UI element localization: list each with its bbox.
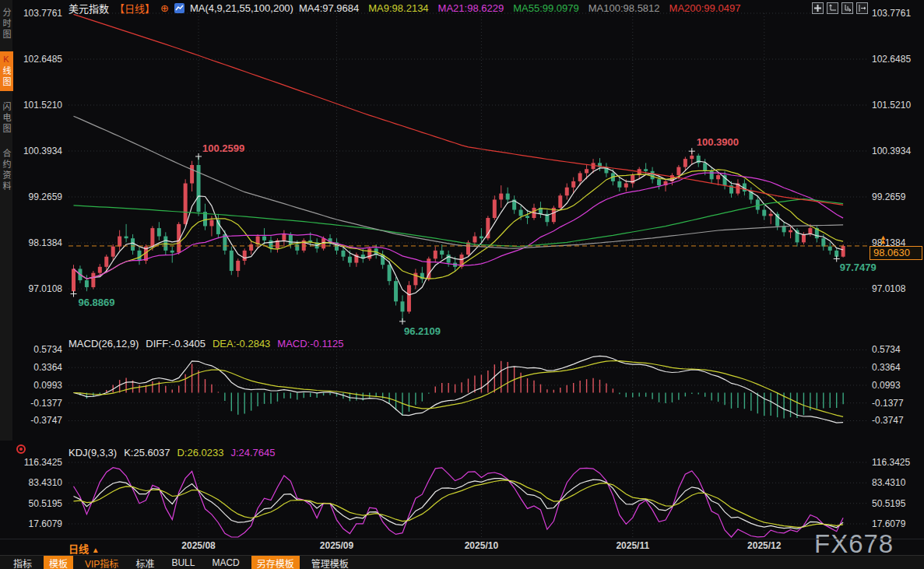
move-icon[interactable] bbox=[812, 2, 824, 14]
kdj-d-value: D:26.0233 bbox=[177, 447, 223, 458]
price-axis-label: 97.0108 bbox=[12, 283, 62, 295]
price-axis-label: 98.1384 bbox=[872, 237, 922, 249]
interval-arrow-icon: ▲ bbox=[92, 546, 100, 554]
kdj-title: KDJ(9,3,3) bbox=[69, 447, 117, 458]
ma-value: MA4:97.9684 bbox=[299, 2, 359, 14]
price-axis-label: 97.0108 bbox=[872, 283, 922, 295]
svg-text:96.8869: 96.8869 bbox=[79, 297, 115, 308]
macd-axis-label: -0.3747 bbox=[12, 414, 62, 427]
macd-macd-value: MACD:-0.1125 bbox=[277, 338, 343, 349]
price-axis-label: 99.2659 bbox=[872, 191, 922, 203]
price-axis-label: 103.7761 bbox=[872, 7, 922, 19]
toolbar-tab-管理模板[interactable]: 管理模板 bbox=[306, 556, 354, 569]
price-axis-label: 102.6485 bbox=[872, 53, 922, 65]
ma-group-label: MA(4,9,21,55,100,200) bbox=[190, 2, 293, 14]
bottom-toolbar: 指标模板VIP指标标准BULLMACD另存模板管理模板 bbox=[0, 555, 924, 569]
sidebar-item-合约资料[interactable]: 合约资料 bbox=[0, 146, 13, 195]
charting-app: 96.8869100.259996.2109100.390097.7479 分时… bbox=[0, 0, 924, 569]
kdj-j-value: J:24.7645 bbox=[230, 447, 275, 458]
kdj-axis-label: 116.3425 bbox=[872, 456, 922, 469]
kdj-axis-label: 50.5195 bbox=[12, 497, 62, 510]
toolbar-tab-模板[interactable]: 模板 bbox=[44, 556, 73, 569]
price-axis-label: 102.6485 bbox=[12, 53, 62, 65]
chart-canvas[interactable]: 96.8869100.259996.2109100.390097.7479 bbox=[0, 0, 924, 569]
chart-type-sidebar: 分时图K线图闪电图合约资料 bbox=[0, 0, 12, 441]
toolbar-tab-VIP指标[interactable]: VIP指标 bbox=[79, 556, 124, 569]
date-axis-label: 2025/12 bbox=[747, 540, 781, 551]
divider bbox=[0, 539, 924, 539]
interval-selector[interactable]: 日线 ▲ bbox=[69, 541, 100, 556]
macd-axis-label: 0.3364 bbox=[12, 361, 62, 374]
kdj-axis-label: 116.3425 bbox=[12, 456, 62, 469]
macd-axis-label: 0.3364 bbox=[872, 361, 922, 374]
ma-value: MA200:99.0497 bbox=[669, 2, 741, 14]
kdj-axis-label: 50.5195 bbox=[872, 497, 922, 510]
toolbar-tab-MACD[interactable]: MACD bbox=[206, 557, 244, 569]
price-axis-label: 100.3934 bbox=[12, 145, 62, 157]
ma-values: MA4:97.9684MA9:98.2134MA21:98.6229MA55:9… bbox=[299, 2, 740, 14]
macd-axis-label: 0.0993 bbox=[872, 379, 922, 392]
toolbar-tab-标准[interactable]: 标准 bbox=[130, 556, 160, 569]
macd-pane-header: MACD(26,12,9) DIFF:-0.3405 DEA:-0.2843 M… bbox=[69, 338, 343, 349]
right-axis-panel-icon[interactable] bbox=[841, 2, 853, 14]
price-axis-label: 99.2659 bbox=[12, 191, 62, 203]
macd-axis-label: -0.1377 bbox=[12, 397, 62, 409]
price-axis-label: 101.5210 bbox=[872, 99, 922, 111]
date-axis-label: 2025/11 bbox=[616, 540, 649, 551]
kdj-pane-header: KDJ(9,3,3) K:25.6037 D:26.0233 J:24.7645 bbox=[69, 447, 276, 458]
macd-axis-label: 0.0993 bbox=[12, 379, 62, 392]
price-axis-label: 103.7761 bbox=[12, 7, 62, 19]
svg-text:97.7479: 97.7479 bbox=[840, 262, 877, 273]
ma-value: MA9:98.2134 bbox=[368, 2, 428, 14]
svg-text:96.2109: 96.2109 bbox=[404, 325, 441, 337]
kdj-k-value: K:25.6037 bbox=[124, 447, 170, 458]
macd-axis-label: -0.3747 bbox=[872, 414, 922, 427]
exit-fullscreen-icon[interactable] bbox=[856, 2, 868, 14]
window-controls bbox=[812, 2, 868, 14]
macd-title: MACD(26,12,9) bbox=[69, 338, 139, 349]
macd-dea-value: DEA:-0.2843 bbox=[213, 338, 270, 349]
crosshair-tool-icon[interactable] bbox=[16, 444, 26, 454]
toolbar-tab-另存模板[interactable]: 另存模板 bbox=[251, 556, 300, 569]
price-axis-label: 100.3934 bbox=[872, 145, 922, 157]
toolbar-tab-指标[interactable]: 指标 bbox=[8, 556, 37, 569]
kdj-axis-label: 83.4310 bbox=[12, 476, 62, 489]
macd-axis-label: 0.5734 bbox=[12, 343, 62, 356]
date-axis-label: 2025/08 bbox=[181, 540, 215, 551]
date-axis-label: 2025/10 bbox=[465, 540, 498, 551]
svg-text:100.3900: 100.3900 bbox=[697, 136, 739, 148]
period-label[interactable]: 【日线】 bbox=[114, 1, 155, 16]
svg-text:100.2599: 100.2599 bbox=[202, 142, 244, 154]
symbol-title: 美元指数 bbox=[69, 1, 109, 16]
ma-value: MA100:98.5812 bbox=[588, 2, 660, 14]
kdj-axis-label: 17.6079 bbox=[12, 518, 62, 530]
macd-axis-label: -0.1377 bbox=[872, 397, 922, 409]
kdj-axis-label: 17.6079 bbox=[872, 518, 922, 530]
left-axis-panel-icon[interactable] bbox=[827, 2, 838, 14]
price-axis-label: 98.1384 bbox=[12, 237, 62, 249]
chart-badge-icon bbox=[174, 3, 184, 13]
sidebar-item-分时图[interactable]: 分时图 bbox=[0, 5, 13, 44]
toolbar-tab-BULL[interactable]: BULL bbox=[166, 557, 200, 569]
ma-value: MA21:98.6229 bbox=[438, 2, 504, 14]
interval-label: 日线 bbox=[69, 543, 89, 555]
kdj-axis-label: 83.4310 bbox=[872, 476, 922, 489]
sidebar-item-闪电图[interactable]: 闪电图 bbox=[0, 99, 13, 138]
add-indicator-icon[interactable]: ⊕ bbox=[160, 2, 169, 14]
ma-value: MA55:99.0979 bbox=[513, 2, 579, 14]
sidebar-item-K线图[interactable]: K线图 bbox=[0, 51, 13, 91]
chart-header: 美元指数 【日线】 ⊕ MA(4,9,21,55,100,200) MA4:97… bbox=[69, 2, 740, 14]
macd-axis-label: 0.5734 bbox=[872, 343, 922, 356]
price-axis-label: 101.5210 bbox=[12, 99, 62, 111]
date-axis-label: 2025/09 bbox=[320, 540, 353, 551]
macd-diff-value: DIFF:-0.3405 bbox=[146, 338, 206, 349]
